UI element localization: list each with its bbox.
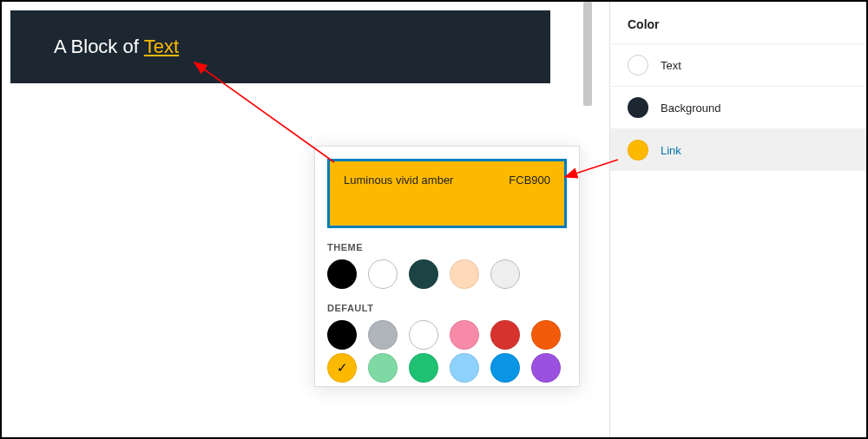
color-swatch-peach[interactable] [450, 259, 479, 289]
color-row-link[interactable]: Link [610, 128, 866, 171]
color-row-label: Text [661, 59, 681, 72]
selected-color-hex: FCB900 [509, 174, 550, 187]
color-swatch-teal-dark[interactable] [409, 259, 438, 289]
color-swatch-amber[interactable]: ✓ [327, 353, 357, 383]
block-link-word[interactable]: Text [144, 36, 179, 58]
color-swatch-green[interactable] [409, 353, 438, 383]
color-swatch-red[interactable] [490, 320, 520, 350]
color-swatch-purple[interactable] [531, 353, 561, 383]
panel-heading-color: Color [610, 2, 866, 43]
swatch-icon [628, 55, 648, 75]
color-row-background[interactable]: Background [610, 86, 866, 128]
color-swatch-light-gray[interactable] [490, 259, 520, 289]
theme-heading: THEME [327, 242, 567, 252]
color-swatch-mint[interactable] [368, 353, 398, 383]
selected-color-preview[interactable]: Luminous vivid amber FCB900 [327, 159, 567, 228]
color-swatch-gray[interactable] [368, 320, 398, 350]
color-swatch-sky[interactable] [450, 353, 479, 383]
color-row-label: Link [661, 144, 681, 157]
block-text-static: A Block of [54, 36, 139, 58]
color-row-text[interactable]: Text [610, 43, 866, 86]
color-swatch-black[interactable] [327, 320, 357, 350]
color-swatch-blue[interactable] [490, 353, 520, 383]
color-swatch-orange[interactable] [531, 320, 561, 350]
paragraph-block[interactable]: A Block of Text [10, 10, 550, 83]
default-heading: DEFAULT [327, 303, 567, 313]
settings-sidebar: Color TextBackgroundLink [609, 2, 866, 437]
selected-color-name: Luminous vivid amber [344, 174, 453, 187]
color-swatch-pink[interactable] [450, 320, 479, 350]
color-swatch-white[interactable] [409, 320, 438, 350]
color-swatch-white[interactable] [368, 259, 398, 289]
swatch-icon [628, 97, 648, 118]
swatch-icon [628, 140, 648, 161]
color-picker-popover: Luminous vivid amber FCB900 THEME DEFAUL… [314, 146, 580, 387]
color-row-label: Background [661, 102, 720, 115]
scrollbar-thumb[interactable] [583, 2, 592, 106]
color-swatch-black[interactable] [327, 259, 357, 289]
